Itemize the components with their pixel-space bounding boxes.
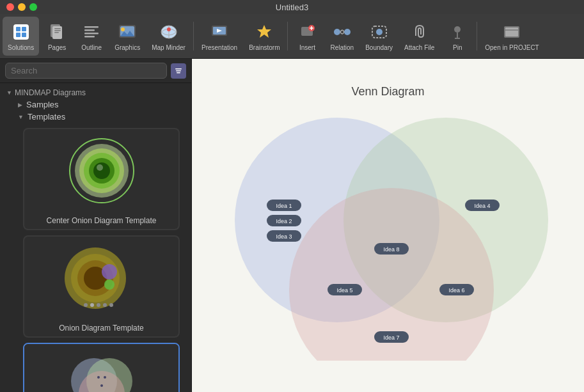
svg-point-30 (344, 29, 351, 35)
toolbar-boundary[interactable]: Boundary (360, 17, 398, 56)
svg-marker-24 (257, 25, 271, 38)
toolbar-pin[interactable]: Pin (441, 17, 474, 56)
sidebar: ▼ MINDMAP Diagrams ▶ Samples ▼ Templates (0, 59, 192, 392)
diagram-title: Venn Diagram (209, 85, 567, 98)
toolbar-separator-3 (477, 22, 477, 51)
toolbar-relation[interactable]: Relation (325, 17, 359, 56)
onion-thumb (24, 237, 178, 320)
svg-text:Idea 8: Idea 8 (383, 246, 399, 253)
center-onion-name: Center Onion Diagram Template (24, 212, 178, 229)
tree-arrow-root: ▼ (6, 90, 12, 96)
attach-file-label: Attach File (404, 44, 434, 51)
attach-file-icon (409, 22, 430, 42)
svg-point-54 (84, 303, 88, 307)
pin-icon (447, 22, 468, 42)
template-center-onion[interactable]: Center Onion Diagram Template (23, 128, 180, 230)
svg-rect-7 (54, 28, 61, 29)
minimize-button[interactable] (18, 3, 26, 11)
brainstorm-label: Brainstorm (249, 44, 280, 51)
svg-point-63 (104, 376, 106, 379)
sidebar-item-templates[interactable]: ▼ Templates (0, 111, 191, 123)
toolbar-separator-2 (287, 22, 288, 51)
toolbar-presentation[interactable]: Presentation (196, 17, 242, 56)
svg-point-29 (334, 29, 340, 35)
insert-label: Insert (299, 44, 315, 51)
graphics-label: Graphics (114, 44, 140, 51)
venn-thumb (24, 344, 178, 392)
svg-rect-4 (22, 33, 26, 37)
graphics-icon (117, 22, 138, 42)
toolbar-mapminder[interactable]: Map Minder (146, 17, 191, 56)
svg-text:Idea 1: Idea 1 (276, 203, 292, 209)
canvas-area[interactable]: Venn Diagram Idea 1 Idea 2 Idea 3 (192, 59, 584, 392)
outline-icon (81, 22, 102, 42)
svg-text:Idea 6: Idea 6 (448, 287, 464, 294)
svg-point-33 (454, 26, 461, 33)
tree-view: ▼ MINDMAP Diagrams ▶ Samples ▼ Templates (0, 83, 191, 392)
title-bar: Untitled3 (0, 0, 584, 14)
tree-root-label: MINDMAP Diagrams (15, 88, 86, 97)
solutions-icon (11, 22, 31, 42)
mapminder-label: Map Minder (152, 44, 185, 51)
toolbar-outline[interactable]: Outline (75, 17, 108, 56)
template-venn[interactable]: Venn Diagram Template (23, 343, 180, 392)
templates-container: Center Onion Diagram Template (0, 128, 191, 392)
svg-text:Idea 5: Idea 5 (336, 287, 352, 294)
tree-root: ▼ MINDMAP Diagrams (0, 87, 191, 98)
relation-label: Relation (330, 44, 354, 51)
toolbar-open-in-project[interactable]: Open in PROJECT (480, 17, 544, 56)
svg-text:Idea 4: Idea 4 (474, 203, 490, 209)
templates-arrow-icon: ▼ (18, 114, 24, 120)
toolbar-separator-1 (193, 22, 194, 51)
svg-point-58 (109, 303, 113, 307)
brainstorm-icon (254, 22, 274, 42)
toolbar-brainstorm[interactable]: Brainstorm (244, 17, 285, 56)
svg-point-46 (93, 162, 110, 179)
sidebar-item-samples[interactable]: ▶ Samples (0, 98, 191, 111)
open-in-project-icon (501, 22, 522, 42)
toolbar-graphics[interactable]: Graphics (109, 17, 145, 56)
svg-point-56 (97, 303, 100, 307)
svg-text:Idea 7: Idea 7 (383, 334, 399, 341)
toolbar-insert[interactable]: Insert (290, 17, 324, 56)
toolbar-pages[interactable]: Pages (40, 17, 74, 56)
svg-rect-9 (54, 32, 59, 33)
template-onion[interactable]: Onion Diagram Template (23, 235, 180, 338)
svg-rect-10 (84, 26, 99, 28)
svg-point-32 (376, 29, 383, 35)
pages-icon (47, 22, 67, 42)
samples-arrow-icon: ▶ (18, 102, 22, 108)
svg-point-47 (97, 164, 103, 171)
search-filter-button[interactable] (171, 63, 186, 79)
search-input[interactable] (5, 63, 167, 79)
svg-rect-13 (84, 36, 95, 38)
svg-text:Idea 2: Idea 2 (276, 218, 292, 224)
solutions-label: Solutions (8, 44, 34, 51)
close-button[interactable] (6, 3, 14, 11)
svg-rect-1 (16, 27, 20, 31)
svg-rect-38 (175, 68, 182, 70)
presentation-label: Presentation (201, 44, 237, 51)
window-controls (6, 3, 37, 11)
pin-label: Pin (453, 44, 462, 51)
svg-point-57 (103, 303, 107, 307)
svg-rect-12 (84, 33, 99, 35)
mapminder-icon (159, 22, 179, 42)
toolbar-attach-file[interactable]: Attach File (399, 17, 439, 56)
toolbar-solutions[interactable]: Solutions (3, 17, 39, 56)
center-onion-thumb (24, 129, 178, 212)
templates-label: Templates (28, 112, 65, 122)
svg-text:Idea 3: Idea 3 (276, 233, 292, 240)
venn-wrapper: Venn Diagram Idea 1 Idea 2 Idea 3 (209, 85, 567, 366)
presentation-icon (209, 22, 230, 42)
maximize-button[interactable] (29, 3, 37, 11)
search-bar (0, 59, 191, 83)
svg-rect-2 (22, 27, 26, 31)
svg-rect-8 (54, 30, 61, 31)
venn-diagram-svg: Idea 1 Idea 2 Idea 3 Idea 4 Idea 5 Idea … (209, 105, 567, 361)
svg-rect-40 (177, 72, 180, 74)
svg-rect-3 (16, 33, 20, 37)
svg-rect-11 (84, 29, 95, 31)
svg-rect-36 (505, 27, 518, 36)
svg-point-17 (121, 27, 125, 31)
